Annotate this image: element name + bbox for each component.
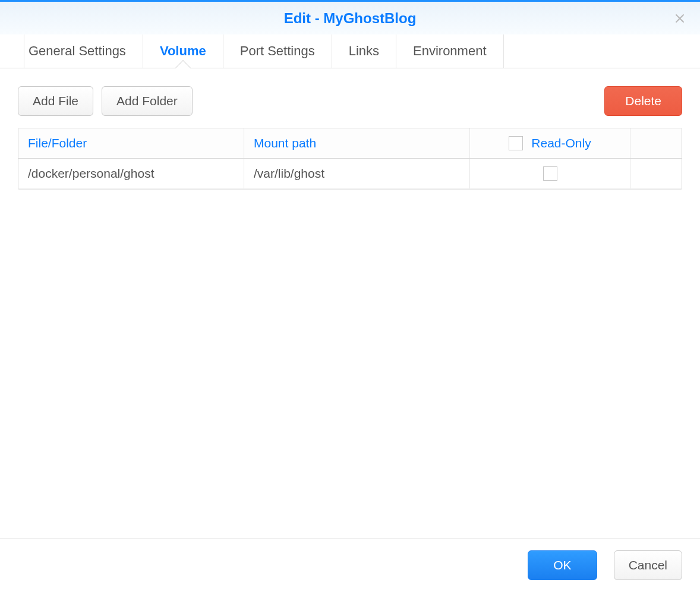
tab-panel-volume: Add File Add Folder Delete File/Folder M… [0, 68, 700, 538]
close-icon[interactable] [671, 10, 688, 27]
delete-button[interactable]: Delete [604, 86, 682, 116]
read-only-all-checkbox[interactable] [509, 136, 523, 150]
window-title: Edit - MyGhostBlog [284, 10, 417, 27]
read-only-checkbox[interactable] [543, 166, 557, 181]
col-header-spacer [630, 128, 682, 158]
tab-bar: General Settings Volume Port Settings Li… [0, 34, 700, 68]
edit-dialog: Edit - MyGhostBlog General Settings Volu… [0, 0, 700, 592]
add-file-button[interactable]: Add File [18, 86, 93, 116]
tab-port-settings[interactable]: Port Settings [223, 34, 332, 68]
dialog-footer: OK Cancel [0, 538, 700, 592]
titlebar: Edit - MyGhostBlog [0, 2, 700, 34]
cell-mount-path: /var/lib/ghost [244, 159, 470, 188]
cancel-button[interactable]: Cancel [614, 550, 682, 580]
tab-volume[interactable]: Volume [143, 34, 223, 68]
col-header-read-only[interactable]: Read-Only [470, 128, 630, 158]
tab-environment[interactable]: Environment [396, 34, 504, 68]
cell-spacer [630, 159, 682, 188]
tab-links[interactable]: Links [332, 34, 396, 68]
col-header-mount-path[interactable]: Mount path [244, 128, 470, 158]
tab-general-settings[interactable]: General Settings [12, 34, 143, 68]
add-folder-button[interactable]: Add Folder [102, 86, 193, 116]
cell-read-only [470, 159, 630, 188]
cell-file-folder: /docker/personal/ghost [18, 159, 244, 188]
ok-button[interactable]: OK [528, 550, 597, 580]
table-row[interactable]: /docker/personal/ghost /var/lib/ghost [18, 159, 682, 189]
volume-table: File/Folder Mount path Read-Only /docker… [18, 128, 682, 190]
col-header-read-only-label: Read-Only [531, 136, 591, 150]
table-header: File/Folder Mount path Read-Only [18, 128, 682, 159]
col-header-file-folder[interactable]: File/Folder [18, 128, 244, 158]
toolbar: Add File Add Folder Delete [18, 86, 682, 116]
